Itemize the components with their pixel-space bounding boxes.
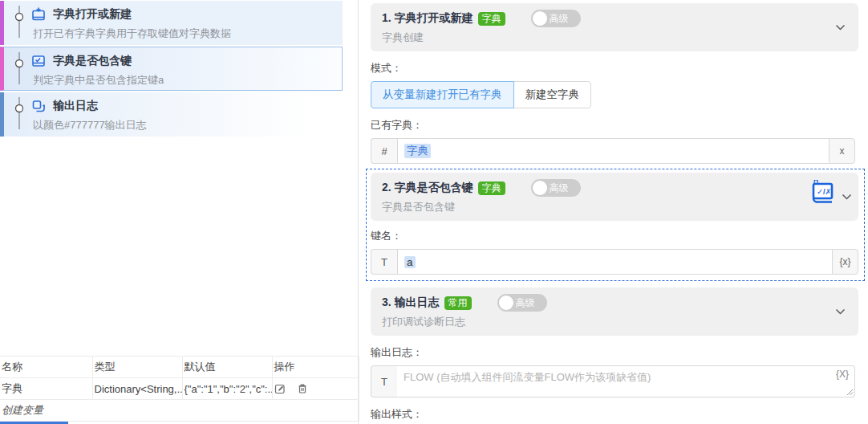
toggle-knob-icon bbox=[533, 11, 547, 26]
toggle-knob-icon bbox=[533, 181, 547, 195]
chevron-down-icon[interactable] bbox=[835, 308, 846, 315]
variable-default-value: {"a":"1","b":"2","c":... bbox=[182, 378, 272, 400]
log-output-icon bbox=[30, 98, 47, 114]
step-title: 字典打开或新建 bbox=[53, 7, 132, 22]
flow-list-pane: 字典打开或新建 打开已有字典字典用于存取键值对字典数据 字典是否包含键 判定字典… bbox=[0, 0, 359, 424]
log-style-label: 输出样式： bbox=[371, 407, 858, 422]
key-name-input[interactable]: a bbox=[397, 249, 832, 275]
flow-steps: 字典打开或新建 打开已有字典字典用于存取键值对字典数据 字典是否包含键 判定字典… bbox=[0, 0, 358, 137]
panel-header-dict-contains[interactable]: 2. 字典是否包含键 字典 高级 字典是否包含键 [] ✓/✗ bbox=[371, 173, 858, 221]
category-badge: 字典 bbox=[478, 12, 505, 26]
category-badge: 字典 bbox=[478, 181, 505, 195]
flow-step-dict-contains[interactable]: 字典是否包含键 判定字典中是否包含指定键a bbox=[0, 47, 343, 91]
text-type-prefix[interactable]: T bbox=[371, 365, 397, 398]
log-content-textarea[interactable] bbox=[397, 365, 855, 398]
create-variable-action[interactable]: 创建变量 bbox=[0, 400, 359, 422]
panel-subtitle: 字典是否包含键 bbox=[382, 200, 847, 214]
advanced-toggle[interactable]: 高级 bbox=[531, 179, 581, 197]
toggle-label: 高级 bbox=[516, 296, 535, 310]
toggle-knob-icon bbox=[499, 296, 513, 310]
col-header-default: 默认值 bbox=[182, 357, 272, 378]
flow-step-dict-open[interactable]: 字典打开或新建 打开已有字典字典用于存取键值对字典数据 bbox=[0, 1, 343, 45]
existing-dict-input[interactable]: 字典 bbox=[397, 138, 829, 164]
panel-subtitle: 打印调试诊断日志 bbox=[382, 315, 847, 329]
panel-header-dict-open[interactable]: 1. 字典打开或新建 字典 高级 字典创建 bbox=[371, 3, 858, 51]
advanced-toggle[interactable]: 高级 bbox=[497, 294, 547, 312]
log-content-label: 输出日志： bbox=[371, 345, 858, 360]
dictionary-contains-icon bbox=[30, 53, 47, 69]
toggle-label: 高级 bbox=[550, 181, 569, 195]
step-subtitle: 打开已有字典字典用于存取键值对字典数据 bbox=[33, 26, 338, 41]
toggle-label: 高级 bbox=[550, 12, 569, 26]
variables-table: 名称 类型 默认值 操作 字典 Dictionary<String,... {"… bbox=[0, 356, 359, 422]
svg-text:✓/✗: ✓/✗ bbox=[817, 187, 832, 196]
flow-node-connector bbox=[14, 51, 24, 86]
variable-type-prefix[interactable]: # bbox=[371, 138, 397, 164]
resize-handle-icon[interactable] bbox=[846, 389, 854, 396]
existing-dict-input-group: # 字典 x bbox=[371, 138, 855, 164]
log-content-input-group: T {X} bbox=[371, 365, 855, 398]
panel-title: 2. 字典是否包含键 bbox=[382, 181, 473, 195]
key-name-input-group: T a {x} bbox=[371, 249, 858, 275]
variables-table-header: 名称 类型 默认值 操作 bbox=[0, 357, 359, 378]
mode-option-new-empty[interactable]: 新建空字典 bbox=[513, 81, 592, 108]
variable-token: 字典 bbox=[404, 144, 431, 158]
clear-value-button[interactable]: x bbox=[829, 138, 855, 164]
mode-segmented-control: 从变量新建打开已有字典 新建空字典 bbox=[371, 81, 591, 108]
panel-title: 3. 输出日志 bbox=[382, 296, 440, 310]
advanced-toggle[interactable]: 高级 bbox=[531, 10, 581, 27]
step-title: 字典是否包含键 bbox=[53, 54, 132, 68]
chevron-down-icon[interactable] bbox=[835, 24, 846, 31]
step-title: 输出日志 bbox=[53, 99, 98, 113]
mode-option-open-existing[interactable]: 从变量新建打开已有字典 bbox=[371, 81, 514, 108]
variable-row: 字典 Dictionary<String,... {"a":"1","b":"2… bbox=[0, 378, 359, 400]
dictionary-add-icon bbox=[30, 6, 47, 22]
chevron-down-icon[interactable] bbox=[842, 194, 852, 200]
col-header-type: 类型 bbox=[92, 357, 182, 378]
step-subtitle: 以颜色#777777输出日志 bbox=[33, 118, 338, 132]
col-header-name: 名称 bbox=[0, 357, 92, 378]
text-type-prefix[interactable]: T bbox=[371, 249, 397, 275]
panel-subtitle: 字典创建 bbox=[382, 31, 847, 45]
flow-step-log-output[interactable]: 输出日志 以颜色#777777输出日志 bbox=[0, 92, 343, 137]
step-subtitle: 判定字典中是否包含指定键a bbox=[33, 73, 337, 88]
flow-node-connector bbox=[14, 4, 24, 39]
insert-variable-button[interactable]: {x} bbox=[832, 249, 858, 275]
flow-node-connector bbox=[14, 96, 24, 131]
category-badge: 常用 bbox=[444, 296, 472, 310]
variable-type: Dictionary<String,... bbox=[92, 378, 182, 400]
existing-dict-label: 已有字典： bbox=[371, 118, 858, 132]
dictionary-contains-large-icon: [] ✓/✗ bbox=[807, 177, 838, 208]
panel-header-log-output[interactable]: 3. 输出日志 常用 高级 打印调试诊断日志 bbox=[371, 287, 858, 336]
delete-variable-icon[interactable] bbox=[297, 383, 308, 394]
key-name-label: 键名： bbox=[371, 229, 858, 243]
text-token: a bbox=[404, 256, 416, 268]
edit-variable-icon[interactable] bbox=[274, 383, 286, 394]
properties-pane: 1. 字典打开或新建 字典 高级 字典创建 模式： 从变量新建打开已有字典 新建… bbox=[371, 0, 858, 424]
insert-variable-button[interactable]: {X} bbox=[836, 369, 849, 380]
panel-title: 1. 字典打开或新建 bbox=[382, 11, 473, 26]
variable-name: 字典 bbox=[0, 378, 92, 400]
col-header-actions: 操作 bbox=[272, 357, 359, 378]
selected-panel-outline: 2. 字典是否包含键 字典 高级 字典是否包含键 [] ✓/✗ 键名： T bbox=[366, 169, 865, 281]
mode-label: 模式： bbox=[371, 61, 858, 75]
